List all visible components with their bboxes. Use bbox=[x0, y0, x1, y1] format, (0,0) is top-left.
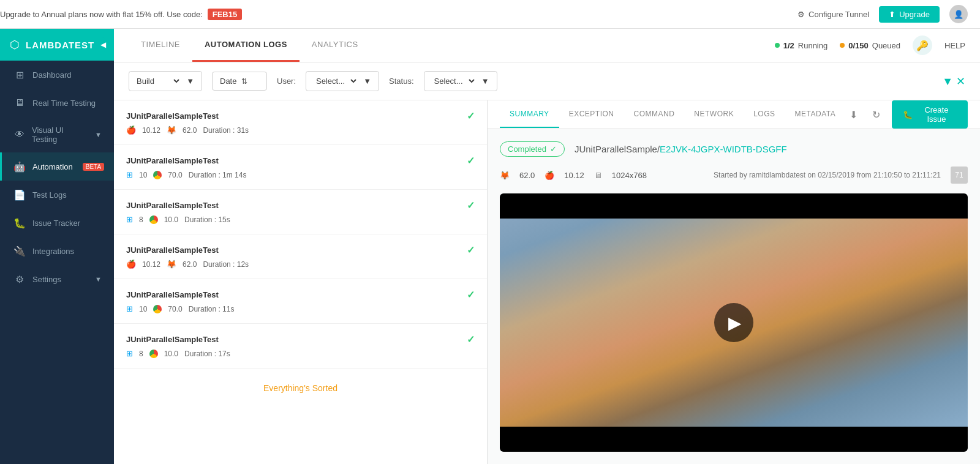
test-item[interactable]: JUnitParallelSampleTest ✓ ⊞ 10 70.0 Dura… bbox=[114, 279, 487, 324]
browser-version: 70.0 bbox=[168, 171, 182, 179]
user-filter[interactable]: Select... ▼ bbox=[306, 71, 379, 91]
filter-icon-right[interactable]: ▼ ✕ bbox=[942, 75, 965, 88]
test-item[interactable]: JUnitParallelSampleTest ✓ 🍎 10.12 🦊 62.0… bbox=[114, 100, 487, 145]
file-icon: 📄 bbox=[14, 189, 25, 200]
build-filter[interactable]: Build ▼ bbox=[129, 71, 202, 91]
bug-icon: 🐛 bbox=[14, 217, 25, 228]
sidebar-collapse-btn[interactable]: ◀ bbox=[100, 37, 106, 52]
test-link[interactable]: JUnitParallelSample/E2JVK-4JGPX-WIDTB-DS… bbox=[575, 144, 787, 154]
test-item-header: JUnitParallelSampleTest ✓ bbox=[126, 200, 475, 211]
filter-icon: ⇅ bbox=[241, 77, 247, 86]
queued-count: 0/150 bbox=[848, 41, 869, 50]
chrome-icon bbox=[153, 171, 162, 179]
pass-icon: ✓ bbox=[467, 155, 475, 167]
detail-resolution: 1024x768 bbox=[612, 171, 647, 180]
create-issue-label: Create Issue bbox=[916, 105, 957, 124]
test-item-header: JUnitParallelSampleTest ✓ bbox=[126, 334, 475, 345]
test-item[interactable]: JUnitParallelSampleTest ✓ ⊞ 8 10.0 Durat… bbox=[114, 324, 487, 369]
detail-browser-version: 62.0 bbox=[519, 171, 535, 180]
test-item[interactable]: JUnitParallelSampleTest ✓ ⊞ 10 70.0 Dura… bbox=[114, 145, 487, 190]
pass-icon: ✓ bbox=[467, 289, 475, 301]
sidebar-item-integrations[interactable]: 🔌 Integrations bbox=[0, 237, 114, 265]
configure-tunnel-btn[interactable]: ⚙ Configure Tunnel bbox=[797, 10, 869, 19]
browser-icon: 🦊 bbox=[500, 171, 510, 180]
build-select[interactable] bbox=[159, 76, 181, 86]
app-container: Upgrade to Annual plans now with flat 15… bbox=[0, 0, 980, 464]
chevron-left-icon: ◀ bbox=[100, 40, 106, 49]
download-btn[interactable]: ⬇ bbox=[845, 106, 861, 123]
test-name: JUnitParallelSampleTest bbox=[126, 245, 219, 255]
test-item-header: JUnitParallelSampleTest ✓ bbox=[126, 244, 475, 256]
date-filter[interactable]: Date ⇅ bbox=[212, 72, 267, 91]
monitor-icon: 🖥 bbox=[14, 97, 25, 108]
browser-version: 70.0 bbox=[168, 305, 182, 313]
tab-metadata[interactable]: METADATA bbox=[785, 101, 846, 128]
sidebar-item-test-logs[interactable]: 📄 Test Logs bbox=[0, 181, 114, 209]
os-version: 10.12 bbox=[142, 126, 160, 135]
sidebar-logo[interactable]: ⬡ LAMBDATEST ◀ bbox=[0, 29, 114, 61]
tab-analytics[interactable]: ANALYTICS bbox=[300, 29, 371, 62]
promo-code: FEB15 bbox=[208, 9, 242, 20]
test-meta: ⊞ 8 10.0 Duration : 17s bbox=[126, 349, 475, 358]
test-item[interactable]: JUnitParallelSampleTest ✓ ⊞ 8 10.0 Durat… bbox=[114, 190, 487, 234]
test-item[interactable]: JUnitParallelSampleTest ✓ 🍎 10.12 🦊 62.0… bbox=[114, 234, 487, 279]
video-thumbnail: ▶ bbox=[500, 219, 968, 427]
pass-icon: ✓ bbox=[467, 110, 475, 122]
duration: Duration : 17s bbox=[184, 350, 230, 358]
sidebar-dashboard-label: Dashboard bbox=[32, 70, 72, 80]
robot-icon: 🤖 bbox=[14, 161, 25, 172]
banner-right: ⚙ Configure Tunnel ⬆ Upgrade 👤 bbox=[797, 5, 980, 23]
sidebar-item-automation[interactable]: 🤖 Automation BETA bbox=[0, 152, 114, 181]
tab-automation-logs[interactable]: AUTOMATION LOGS bbox=[192, 29, 300, 62]
tab-analytics-label: ANALYTICS bbox=[312, 40, 358, 49]
running-label: Running bbox=[798, 41, 827, 50]
detail-tabs: SUMMARY EXCEPTION COMMAND NETWORK LOGS bbox=[488, 100, 980, 129]
win-os-icon: ⊞ bbox=[126, 215, 133, 224]
detail-content: Completed ✓ JUnitParallelSample/E2JVK-4J… bbox=[488, 129, 980, 464]
refresh-btn[interactable]: ↻ bbox=[869, 106, 884, 123]
sidebar-item-real-time-testing[interactable]: 🖥 Real Time Testing bbox=[0, 89, 114, 117]
key-icon[interactable]: 🔑 bbox=[913, 36, 932, 55]
browser-version: 10.0 bbox=[164, 350, 178, 358]
main-content: TIMELINE AUTOMATION LOGS ANALYTICS 1/2 R… bbox=[114, 29, 980, 464]
status-badge: Completed ✓ bbox=[500, 141, 565, 157]
tab-automation-logs-label: AUTOMATION LOGS bbox=[205, 40, 287, 49]
sidebar-item-settings[interactable]: ⚙ Settings ▼ bbox=[0, 265, 114, 293]
upgrade-button[interactable]: ⬆ Upgrade bbox=[879, 6, 940, 23]
detail-os-icon: 🍎 bbox=[545, 171, 554, 180]
video-container[interactable]: ▶ bbox=[500, 193, 968, 452]
tab-logs[interactable]: LOGS bbox=[744, 101, 785, 128]
sidebar-item-dashboard[interactable]: ⊞ Dashboard bbox=[0, 61, 114, 89]
browser-version: 10.0 bbox=[164, 215, 178, 224]
user-filter-label: User: bbox=[277, 77, 296, 86]
test-name: JUnitParallelSampleTest bbox=[126, 156, 219, 165]
status-filter[interactable]: Select... ▼ bbox=[424, 71, 497, 91]
play-button[interactable]: ▶ bbox=[714, 303, 753, 342]
sidebar-item-visual-ui-testing[interactable]: 👁 Visual UI Testing ▼ bbox=[0, 117, 114, 152]
user-avatar[interactable]: 👤 bbox=[949, 5, 968, 23]
sorted-text: Everything's Sorted bbox=[263, 383, 337, 393]
status-select[interactable]: Select... bbox=[432, 76, 477, 86]
test-started-info: Started by ramitdlambdatest on 02/15/201… bbox=[714, 171, 941, 179]
firefox-icon: 🦊 bbox=[167, 260, 176, 269]
tab-summary[interactable]: SUMMARY bbox=[500, 101, 559, 128]
bug-create-icon: 🐛 bbox=[903, 110, 913, 119]
sidebar-item-issue-tracker[interactable]: 🐛 Issue Tracker bbox=[0, 209, 114, 237]
tab-summary-label: SUMMARY bbox=[510, 110, 549, 118]
create-issue-button[interactable]: 🐛 Create Issue bbox=[892, 100, 968, 129]
pass-icon: ✓ bbox=[467, 244, 475, 256]
tab-timeline[interactable]: TIMELINE bbox=[129, 29, 192, 62]
chevron-down-icon: ▼ bbox=[95, 131, 102, 138]
everything-sorted-msg: Everything's Sorted bbox=[114, 369, 487, 408]
avatar-icon: 👤 bbox=[954, 10, 963, 19]
running-count: 1/2 bbox=[783, 41, 794, 50]
tab-network[interactable]: NETWORK bbox=[684, 101, 744, 128]
tab-exception[interactable]: EXCEPTION bbox=[559, 101, 624, 128]
tab-command[interactable]: COMMAND bbox=[624, 101, 684, 128]
test-meta: 🍎 10.12 🦊 62.0 Duration : 31s bbox=[126, 125, 475, 135]
automation-badge: BETA bbox=[83, 163, 104, 171]
user-select[interactable]: Select... bbox=[314, 76, 358, 86]
duration: Duration : 12s bbox=[203, 260, 249, 269]
help-text[interactable]: HELP bbox=[944, 41, 965, 50]
chrome-icon bbox=[149, 215, 158, 224]
